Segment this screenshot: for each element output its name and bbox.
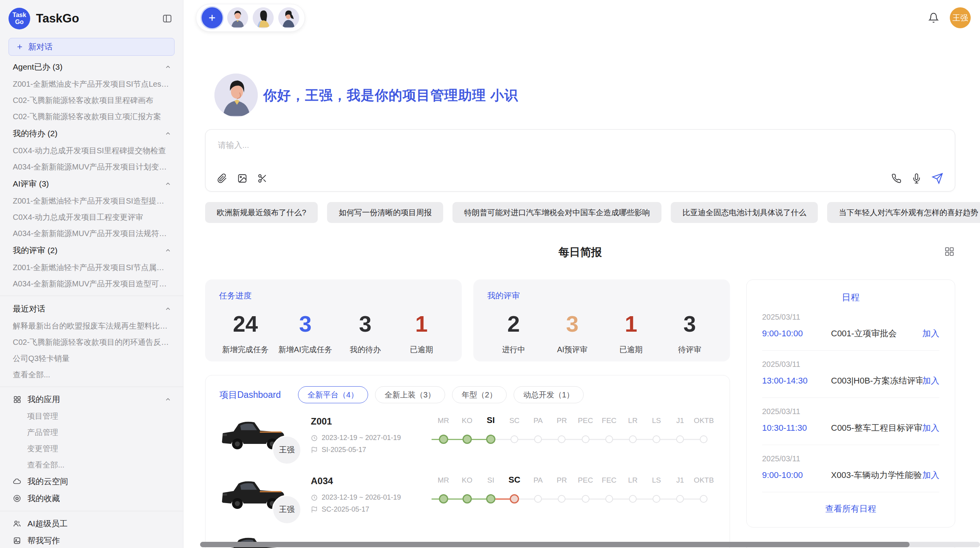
add-agent-button[interactable] bbox=[202, 7, 223, 28]
list-item[interactable]: A034-全新新能源MUV产品开发项目法规符合性评审 bbox=[0, 225, 183, 241]
join-link[interactable]: 加入 bbox=[922, 422, 939, 434]
join-link[interactable]: 加入 bbox=[922, 375, 939, 387]
card-title: 任务进度 bbox=[219, 290, 448, 301]
filter-powertrain[interactable]: 动总开发（1） bbox=[514, 386, 584, 403]
list-item[interactable]: C02-飞腾新能源轻客改款项目立项汇报方案 bbox=[0, 108, 183, 125]
view-all-apps[interactable]: 查看全部... bbox=[0, 457, 183, 473]
sidebar-item-ai-super-staff[interactable]: AI超级员工 bbox=[0, 515, 183, 532]
stat-label: 新增完成任务 bbox=[222, 344, 269, 355]
notification-bell-icon[interactable] bbox=[928, 12, 939, 23]
sidebar-item-help-me-write[interactable]: 帮我写作 bbox=[0, 532, 183, 548]
chevron-up-icon[interactable] bbox=[164, 180, 171, 187]
app-item-product-mgmt[interactable]: 产品管理 bbox=[0, 424, 183, 440]
sidebar-collapse-icon[interactable] bbox=[162, 14, 172, 24]
chat-input[interactable] bbox=[217, 139, 943, 173]
agent-avatar-2[interactable] bbox=[253, 7, 274, 28]
microphone-icon[interactable] bbox=[911, 173, 922, 183]
attachment-icon[interactable] bbox=[217, 173, 227, 183]
date-range: 2023-12-19 ~ 2027-01-19 bbox=[322, 434, 401, 442]
send-icon[interactable] bbox=[932, 173, 943, 184]
section-agent-done[interactable]: Agent已办 (3) bbox=[0, 58, 183, 76]
list-item[interactable]: 解释最新出台的欧盟报废车法规再生塑料比例被调至15%... bbox=[0, 318, 183, 334]
briefing-header: 每日简报 bbox=[205, 245, 955, 258]
chevron-up-icon[interactable] bbox=[164, 396, 171, 403]
project-row-z001[interactable]: 王强 Z001 2023-12-19 ~ 2027-01-19 SI-2025-… bbox=[219, 413, 716, 457]
milestone-dot bbox=[676, 435, 684, 443]
sidebar-item-label: 我的应用 bbox=[27, 394, 60, 405]
list-item[interactable]: C02-飞腾新能源轻客改款项目里程碑画布 bbox=[0, 92, 183, 108]
agent-avatar-3[interactable] bbox=[278, 7, 299, 28]
view-all-chats[interactable]: 查看全部... bbox=[0, 366, 183, 383]
project-info: A034 2023-12-19 ~ 2026-01-19 SC-2025-05-… bbox=[311, 476, 425, 514]
list-item[interactable]: C0X4-动力总成开发项目SI里程碑提交物检查 bbox=[0, 142, 183, 159]
suggestion-chip[interactable]: 欧洲新规最近颁布了什么? bbox=[205, 202, 318, 223]
sidebar-item-favorites[interactable]: 我的收藏 bbox=[0, 490, 183, 507]
schedule-time: 13:00-14:30 bbox=[762, 376, 831, 386]
topbar: 王强 bbox=[183, 0, 980, 36]
horizontal-scrollbar-thumb[interactable] bbox=[200, 542, 910, 547]
new-chat-label: 新对话 bbox=[28, 41, 53, 52]
sidebar-item-my-apps[interactable]: 我的应用 bbox=[0, 391, 183, 408]
milestone-dot bbox=[582, 435, 589, 443]
section-my-todo[interactable]: 我的待办 (2) bbox=[0, 125, 183, 142]
chevron-up-icon[interactable] bbox=[164, 63, 171, 70]
chevron-up-icon[interactable] bbox=[164, 130, 171, 137]
join-link[interactable]: 加入 bbox=[922, 469, 939, 481]
grid-icon bbox=[13, 395, 21, 404]
stat-value: 2 bbox=[507, 313, 520, 335]
schedule-item[interactable]: 2025/03/11 10:30-11:30 C005-整车工程目标评审 加入 bbox=[762, 398, 939, 445]
list-item[interactable]: A034-全新新能源MUV产品开发项目计划变更表编写 bbox=[0, 159, 183, 175]
layout-grid-icon[interactable] bbox=[944, 246, 955, 257]
app-item-project-mgmt[interactable]: 项目管理 bbox=[0, 408, 183, 424]
filter-new-platform[interactable]: 全新平台（4） bbox=[298, 386, 368, 403]
view-all-schedule-link[interactable]: 查看所有日程 bbox=[762, 492, 939, 518]
list-item[interactable]: C0X4-动力总成开发项目工程变更评审 bbox=[0, 209, 183, 225]
app-item-change-mgmt[interactable]: 变更管理 bbox=[0, 440, 183, 457]
stat-value: 3 bbox=[359, 313, 371, 335]
suggestion-chip[interactable]: 特朗普可能对进口汽车增税会对中国车企造成哪些影响 bbox=[452, 202, 661, 223]
milestone-dot bbox=[534, 495, 542, 503]
clock-icon bbox=[311, 435, 318, 442]
list-item[interactable]: Z001-全新燃油皮卡产品开发项目SI节点Lesson Learn报告 bbox=[0, 76, 183, 92]
dashboard-filters: 全新平台（4） 全新上装（3） 年型（2） 动总开发（1） bbox=[298, 386, 584, 403]
milestone-sc: SC bbox=[503, 413, 526, 457]
user-avatar[interactable]: 王强 bbox=[950, 7, 971, 28]
schedule-item[interactable]: 2025/03/11 9:00-10:00 X003-车辆动力学性能验... 加… bbox=[762, 445, 939, 492]
card-title: 我的评审 bbox=[487, 290, 716, 301]
project-flag: SC-2025-05-17 bbox=[311, 505, 425, 514]
project-row-a034[interactable]: 王强 A034 2023-12-19 ~ 2026-01-19 SC-2025-… bbox=[219, 473, 716, 516]
section-recent-chats[interactable]: 最近对话 bbox=[0, 300, 183, 318]
new-chat-button[interactable]: 新对话 bbox=[9, 38, 175, 56]
section-my-review[interactable]: 我的评审 (2) bbox=[0, 241, 183, 259]
sidebar-item-label: 帮我写作 bbox=[27, 535, 60, 546]
stat-label: 已逾期 bbox=[619, 344, 642, 355]
phone-call-icon[interactable] bbox=[891, 173, 901, 183]
schedule-item[interactable]: 2025/03/11 13:00-14:30 C003|H0B-方案冻结评审 加… bbox=[762, 351, 939, 398]
chevron-up-icon[interactable] bbox=[164, 305, 171, 312]
list-item[interactable]: A034-全新新能源MUV产品开发项目造型可行性评审 bbox=[0, 276, 183, 292]
list-item[interactable]: 公司Q3轻卡销量 bbox=[0, 350, 183, 366]
agent-avatar-1[interactable] bbox=[227, 7, 248, 28]
list-item[interactable]: C02-飞腾新能源轻客改款项目的闭环通告反馈情况 bbox=[0, 334, 183, 350]
filter-new-body[interactable]: 全新上装（3） bbox=[375, 386, 445, 403]
sidebar-item-label: AI超级员工 bbox=[27, 518, 68, 529]
schedule-date: 2025/03/11 bbox=[762, 407, 939, 416]
milestone-dot bbox=[582, 495, 589, 503]
suggestion-chip[interactable]: 当下年轻人对汽车外观有怎样的喜好趋势 bbox=[827, 202, 980, 223]
my-review-card: 我的评审 2 进行中 3 AI预评审 1 bbox=[473, 279, 730, 361]
list-item[interactable]: Z001-全新燃油轻卡产品开发项目SI节点属性5D文件评审 bbox=[0, 259, 183, 276]
schedule-item[interactable]: 2025/03/11 9:00-10:00 C001-立项审批会 加入 bbox=[762, 303, 939, 351]
suggestion-chip[interactable]: 比亚迪全固态电池计划具体说了什么 bbox=[671, 202, 818, 223]
sidebar-item-cloud-space[interactable]: 我的云空间 bbox=[0, 473, 183, 490]
join-link[interactable]: 加入 bbox=[922, 328, 939, 339]
main-area: 王强 你好，王强，我是你的项目管理助理 小识 bbox=[183, 0, 980, 548]
schedule-date: 2025/03/11 bbox=[762, 360, 939, 369]
scissors-icon[interactable] bbox=[257, 173, 267, 183]
section-ai-review[interactable]: AI评审 (3) bbox=[0, 175, 183, 193]
list-item[interactable]: Z001-全新燃油轻卡产品开发项目SI造型提交物评审 bbox=[0, 193, 183, 209]
suggestion-chip[interactable]: 如何写一份清晰的项目周报 bbox=[327, 202, 443, 223]
filter-year-model[interactable]: 年型（2） bbox=[452, 386, 507, 403]
hero: 你好，王强，我是你的项目管理助理 小识 bbox=[214, 74, 955, 117]
image-upload-icon[interactable] bbox=[237, 173, 247, 183]
chevron-up-icon[interactable] bbox=[164, 247, 171, 254]
